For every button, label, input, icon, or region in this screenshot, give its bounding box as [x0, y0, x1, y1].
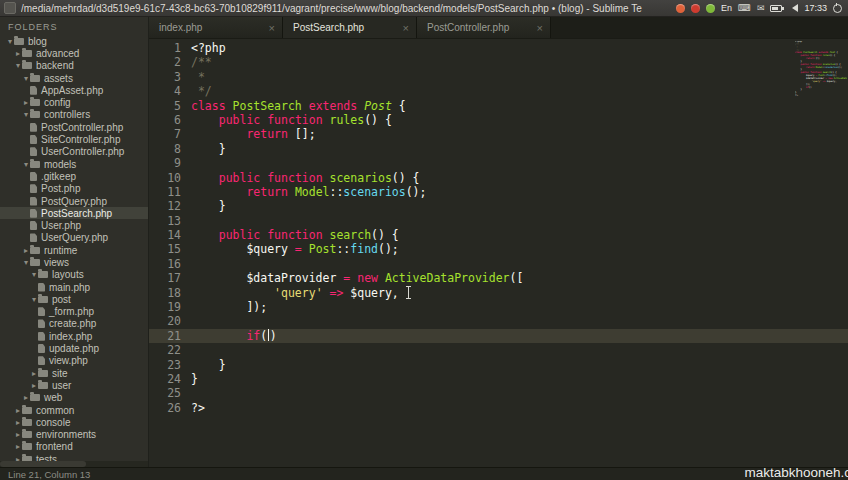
code-line[interactable]: 22 — [149, 343, 848, 357]
code-line[interactable]: 4 */ — [149, 84, 848, 98]
close-icon[interactable]: × — [536, 23, 544, 33]
folder-icon — [30, 75, 40, 82]
tab-PostController.php[interactable]: PostController.php× — [417, 17, 551, 38]
tree-folder-environments[interactable]: ▸environments — [0, 429, 148, 441]
chevron-right-icon[interactable]: ▸ — [22, 393, 30, 402]
clock[interactable]: 17:33 — [804, 3, 827, 13]
code-line[interactable]: 14 public function search() { — [149, 228, 848, 242]
chevron-down-icon[interactable]: ▾ — [30, 270, 38, 279]
power-icon[interactable] — [833, 4, 842, 13]
indicator-dot-red[interactable] — [691, 4, 700, 13]
tree-folder-config[interactable]: ▸config — [0, 96, 148, 108]
tree-file-update.php[interactable]: update.php — [0, 342, 148, 354]
tree-folder-common[interactable]: ▸common — [0, 404, 148, 416]
mail-icon[interactable]: ✉ — [757, 4, 765, 13]
chevron-down-icon[interactable]: ▾ — [22, 110, 30, 119]
chevron-down-icon[interactable]: ▾ — [22, 160, 30, 169]
code-line[interactable]: 2/** — [149, 55, 848, 69]
code-line[interactable]: 8 } — [149, 142, 848, 156]
code-line[interactable]: 19 ]); — [149, 300, 848, 314]
chevron-down-icon[interactable]: ▾ — [22, 74, 30, 83]
code-line[interactable]: 26?> — [149, 401, 848, 415]
code-line[interactable]: 9 — [149, 156, 848, 170]
volume-icon[interactable] — [788, 4, 798, 12]
tree-folder-controllers[interactable]: ▾controllers — [0, 109, 148, 121]
chevron-right-icon[interactable]: ▸ — [14, 442, 22, 451]
tree-folder-views[interactable]: ▾views — [0, 256, 148, 268]
editor-column: index.php×PostSearch.php×PostController.… — [149, 17, 848, 467]
tree-file-AppAsset.php[interactable]: AppAsset.php — [0, 84, 148, 96]
code-line[interactable]: 13 — [149, 214, 848, 228]
tab-PostSearch.php[interactable]: PostSearch.php× — [283, 17, 417, 38]
chevron-right-icon[interactable]: ▸ — [22, 98, 30, 107]
sidebar-scrollbar[interactable] — [0, 461, 148, 467]
chevron-right-icon[interactable]: ▸ — [14, 430, 22, 439]
chevron-down-icon[interactable]: ▾ — [14, 61, 22, 70]
tree-folder-runtime[interactable]: ▸runtime — [0, 244, 148, 256]
chevron-down-icon[interactable]: ▾ — [6, 37, 14, 46]
code-line[interactable]: 23 } — [149, 358, 848, 372]
tree-file-view.php[interactable]: view.php — [0, 355, 148, 367]
tree-folder-site[interactable]: ▸site — [0, 367, 148, 379]
tree-file-PostController.php[interactable]: PostController.php — [0, 121, 148, 133]
close-icon[interactable]: × — [268, 23, 276, 33]
code-line[interactable]: 5class PostSearch extends Post { — [149, 99, 848, 113]
tree-folder-backend[interactable]: ▾backend — [0, 60, 148, 72]
chevron-right-icon[interactable]: ▸ — [14, 49, 22, 58]
tree-file-PostSearch.php[interactable]: PostSearch.php — [0, 207, 148, 219]
chevron-down-icon[interactable]: ▾ — [22, 258, 30, 267]
tree-folder-web[interactable]: ▸web — [0, 392, 148, 404]
chevron-right-icon[interactable]: ▸ — [30, 369, 38, 378]
code-line[interactable]: 17 $dataProvider = new ActiveDataProvide… — [149, 271, 848, 285]
tab-index.php[interactable]: index.php× — [149, 17, 283, 38]
chevron-right-icon[interactable]: ▸ — [22, 246, 30, 255]
chevron-down-icon[interactable]: ▾ — [30, 295, 38, 304]
tree-file-PostQuery.php[interactable]: PostQuery.php — [0, 195, 148, 207]
tree-file-UserController.php[interactable]: UserController.php — [0, 146, 148, 158]
indicator-dot-green[interactable] — [706, 4, 715, 13]
code-line[interactable]: 24} — [149, 372, 848, 386]
code-line[interactable]: 18 'query' => $query, — [149, 286, 848, 300]
code-line[interactable]: 15 $query = Post::find(); — [149, 242, 848, 256]
code-line[interactable]: 1<?php — [149, 41, 848, 55]
tree-file-index.php[interactable]: index.php — [0, 330, 148, 342]
code-line[interactable]: 21 if() — [149, 329, 848, 343]
keyboard-layout-badge[interactable]: En — [721, 3, 732, 13]
code-line[interactable]: 25 — [149, 386, 848, 400]
tree-folder-post[interactable]: ▾post — [0, 293, 148, 305]
code-line[interactable]: 12 } — [149, 199, 848, 213]
line-number: 24 — [149, 372, 181, 386]
tree-file-.gitkeep[interactable]: .gitkeep — [0, 170, 148, 182]
tree-file-create.php[interactable]: create.php — [0, 318, 148, 330]
tree-folder-blog[interactable]: ▾blog — [0, 35, 148, 47]
tree-file-main.php[interactable]: main.php — [0, 281, 148, 293]
chevron-right-icon[interactable]: ▸ — [30, 381, 38, 390]
code-line[interactable]: 11 return Model::scenarios(); — [149, 185, 848, 199]
tree-file-SiteController.php[interactable]: SiteController.php — [0, 133, 148, 145]
chevron-right-icon[interactable]: ▸ — [14, 418, 22, 427]
battery-icon[interactable] — [770, 5, 782, 12]
tree-file-Post.php[interactable]: Post.php — [0, 183, 148, 195]
code-line[interactable]: 7 return []; — [149, 127, 848, 141]
keyboard-icon[interactable]: ⌨ — [738, 4, 751, 13]
code-line[interactable]: 3 * — [149, 70, 848, 84]
tree-folder-assets[interactable]: ▾assets — [0, 72, 148, 84]
tree-folder-user[interactable]: ▸user — [0, 379, 148, 391]
code-line[interactable]: 20 — [149, 314, 848, 328]
tree-folder-layouts[interactable]: ▾layouts — [0, 269, 148, 281]
tree-folder-advanced[interactable]: ▸advanced — [0, 47, 148, 59]
chevron-right-icon[interactable]: ▸ — [14, 406, 22, 415]
tree-file-User.php[interactable]: User.php — [0, 219, 148, 231]
tree-folder-models[interactable]: ▾models — [0, 158, 148, 170]
tree-folder-frontend[interactable]: ▸frontend — [0, 441, 148, 453]
code-line[interactable]: 10 public function scenarios() { — [149, 171, 848, 185]
code-line[interactable]: 16 — [149, 257, 848, 271]
editor[interactable]: 1<?php2/**3 *4 */5class PostSearch exten… — [149, 39, 848, 467]
tree-file-_form.php[interactable]: _form.php — [0, 306, 148, 318]
tree-file-UserQuery.php[interactable]: UserQuery.php — [0, 232, 148, 244]
tree-folder-console[interactable]: ▸console — [0, 416, 148, 428]
minimap[interactable]: <?php/** * */class PostSearch extends Po… — [795, 41, 847, 467]
code-line[interactable]: 6 public function rules() { — [149, 113, 848, 127]
close-icon[interactable]: × — [402, 23, 410, 33]
indicator-dot-orange[interactable] — [676, 4, 685, 13]
